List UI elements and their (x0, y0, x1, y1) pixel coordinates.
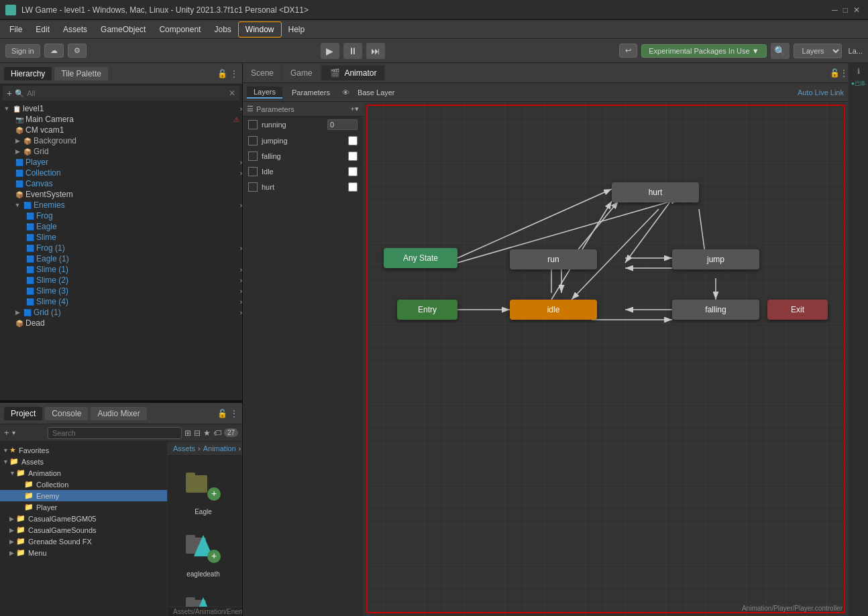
tree-arrow-grid[interactable]: ▶ (13, 148, 21, 155)
project-search-input[interactable] (48, 427, 182, 439)
hierarchy-search-clear[interactable]: ✕ (229, 88, 235, 98)
search-btn[interactable]: 🔍 (771, 43, 790, 59)
animator-canvas[interactable]: Any State Entry idle run (364, 102, 848, 616)
auto-live-link[interactable]: Auto Live Link (798, 88, 844, 97)
animator-params-tab[interactable]: Parameters (285, 87, 337, 98)
project-toolbar-dropdown[interactable]: ▾ (12, 429, 15, 436)
breadcrumb-animation[interactable]: Animation (203, 444, 236, 452)
tree-item-canvas[interactable]: 🟦 Canvas (0, 178, 242, 189)
param-running-checkbox[interactable] (248, 120, 258, 129)
state-jump[interactable]: jump (672, 249, 759, 269)
project-lock-btn[interactable]: 🔓 (217, 409, 227, 418)
menu-assets[interactable]: Assets (56, 22, 94, 37)
project-star-btn[interactable]: ★ (203, 428, 211, 438)
state-any[interactable]: Any State (384, 248, 457, 268)
param-jumping-checkbox[interactable] (248, 136, 258, 145)
hierarchy-more-btn[interactable]: ⋮ (230, 69, 238, 78)
tree-item-frog1[interactable]: 🟦 Frog (1) › (0, 243, 242, 253)
proj-bgm-folder[interactable]: ▶ 📁 CasualGameBGM05 (0, 513, 167, 524)
menu-window[interactable]: Window (238, 21, 282, 38)
hierarchy-lock-btn[interactable]: 🔓 (217, 69, 227, 78)
proj-enemy-folder[interactable]: 📁 Enemy (0, 490, 167, 501)
tree-item-eventsystem[interactable]: 📦 EventSystem (0, 189, 242, 200)
state-hurt[interactable]: hurt (612, 182, 699, 202)
tree-item-background[interactable]: ▶ 📦 Background (0, 135, 242, 146)
proj-animation-folder[interactable]: ▼ 📁 Animation (0, 467, 167, 479)
tree-item-frog[interactable]: 🟦 Frog (0, 210, 242, 221)
tree-item-slime3[interactable]: 🟦 Slime (3) › (0, 286, 242, 296)
animator-panel-lock[interactable]: 🔓 (830, 68, 840, 78)
add-asset-btn[interactable]: + (4, 428, 9, 438)
param-idle-value[interactable] (348, 167, 358, 176)
project-tag-btn[interactable]: 🏷 (213, 428, 221, 438)
proj-grenade-folder[interactable]: ▶ 📁 Grenade Sound FX (0, 536, 167, 547)
menu-edit[interactable]: Edit (29, 22, 56, 37)
menu-gameobject[interactable]: GameObject (94, 22, 152, 37)
asset-eagle[interactable]: + Eagle (173, 461, 233, 518)
hierarchy-search-input[interactable] (27, 89, 229, 97)
tree-arrow-level1[interactable]: ▼ (3, 105, 11, 112)
tree-item-cm-vcam1[interactable]: 📦 CM vcam1 (0, 125, 242, 135)
tree-item-grid1[interactable]: ▶ 🟦 Grid (1) › (0, 307, 242, 318)
menu-jobs[interactable]: Jobs (207, 22, 237, 37)
play-btn[interactable]: ▶ (321, 43, 339, 59)
proj-assets[interactable]: ▼ 📁 Assets (0, 456, 167, 467)
state-falling[interactable]: falling (672, 300, 759, 320)
project-badge[interactable]: 27 (224, 428, 238, 437)
tab-hierarchy[interactable]: Hierarchy (4, 67, 52, 80)
state-exit[interactable]: Exit (767, 300, 828, 320)
param-idle-checkbox[interactable] (248, 167, 258, 176)
tab-game[interactable]: Game (282, 66, 321, 80)
proj-player-folder[interactable]: 📁 Player (0, 501, 167, 513)
tree-item-enemies[interactable]: ▼ 🟦 Enemies › (0, 200, 242, 210)
tree-item-slime1[interactable]: 🟦 Slime (1) › (0, 264, 242, 275)
close-btn[interactable]: ✕ (853, 5, 860, 15)
tree-item-collection[interactable]: 🟦 Collection › (0, 168, 242, 178)
tree-arrow-enemies[interactable]: ▼ (13, 202, 21, 208)
maximize-btn[interactable]: □ (843, 5, 848, 15)
asset-eagledeath[interactable]: + eagledeath (173, 523, 233, 580)
menu-component[interactable]: Component (152, 22, 207, 37)
tab-tile-palette[interactable]: Tile Palette (54, 67, 108, 80)
animator-layers-tab[interactable]: Layers (247, 86, 282, 99)
menu-file[interactable]: File (3, 22, 29, 37)
param-hurt-value[interactable] (348, 182, 358, 192)
breadcrumb-assets[interactable]: Assets (173, 444, 195, 452)
param-falling-value[interactable] (348, 151, 358, 161)
minimize-btn[interactable]: ─ (832, 5, 838, 15)
tree-item-main-camera[interactable]: 📷 Main Camera ⚠ (0, 114, 242, 125)
tree-item-player[interactable]: 🟦 Player › (0, 157, 242, 168)
param-falling-checkbox[interactable] (248, 151, 258, 161)
param-hurt-checkbox[interactable] (248, 182, 258, 192)
proj-sounds-folder[interactable]: ▶ 📁 CasualGameSounds (0, 524, 167, 536)
add-hierarchy-btn[interactable]: + (7, 88, 12, 99)
tree-item-slime4[interactable]: 🟦 Slime (4) › (0, 296, 242, 307)
layers-select[interactable]: Layers (794, 44, 842, 58)
param-jumping-value[interactable] (348, 136, 358, 145)
cloud-btn[interactable]: ☁ (44, 44, 64, 58)
sign-in-btn[interactable]: Sign in (5, 44, 40, 58)
state-run[interactable]: run (510, 249, 597, 269)
inspector-icon[interactable]: ℹ (857, 67, 860, 76)
state-idle[interactable]: idle (510, 300, 597, 320)
params-eye-toggle[interactable]: 👁 (342, 88, 349, 97)
param-running-value[interactable] (327, 119, 358, 130)
tree-item-grid[interactable]: ▶ 📦 Grid (0, 146, 242, 157)
tab-audio-mixer[interactable]: Audio Mixer (91, 407, 146, 420)
tab-animator[interactable]: 🎬 Animator (321, 65, 386, 80)
proj-menu-folder[interactable]: ▶ 📁 Menu (0, 547, 167, 558)
search-filter-btn[interactable]: ⊞ (184, 428, 191, 438)
experimental-packages-btn[interactable]: Experimental Packages In Use ▼ (641, 44, 766, 58)
collab-btn[interactable]: ⚙ (68, 44, 87, 58)
tab-console[interactable]: Console (45, 407, 88, 420)
pause-btn[interactable]: ⏸ (343, 43, 362, 59)
tree-item-eagle[interactable]: 🟦 Eagle (0, 221, 242, 232)
tab-project[interactable]: Project (4, 407, 42, 420)
proj-favorites[interactable]: ▼ ★ Favorites (0, 444, 167, 456)
asset-eaglefly[interactable]: + eaglefly (173, 586, 233, 607)
menu-help[interactable]: Help (282, 22, 312, 37)
animator-panel-more[interactable]: ⋮ (840, 68, 848, 78)
tree-item-slime[interactable]: 🟦 Slime (0, 232, 242, 243)
tree-item-eagle1[interactable]: 🟦 Eagle (1) (0, 253, 242, 264)
proj-collection-folder[interactable]: 📁 Collection (0, 479, 167, 490)
